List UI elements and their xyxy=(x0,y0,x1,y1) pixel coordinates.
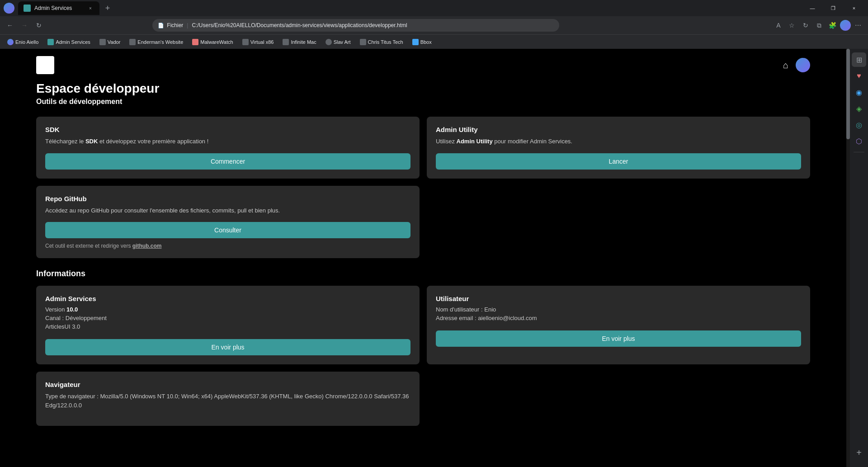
sidebar-add-icon[interactable]: + xyxy=(852,445,866,460)
tab-close-button[interactable]: × xyxy=(87,5,94,12)
user-username: Nom d'utilisateur : Enio xyxy=(436,306,801,313)
app-logo xyxy=(36,56,54,74)
sidebar-icon-2[interactable]: ♥ xyxy=(852,69,866,83)
browser-info-title: Navigateur xyxy=(45,381,410,388)
bookmark-label-infinite: Infinite Mac xyxy=(291,39,316,45)
split-view-icon[interactable]: ⧉ xyxy=(813,19,826,32)
admin-utility-card: Admin Utility Utilisez Admin Utility pou… xyxy=(427,117,810,179)
admin-utility-lancer-button[interactable]: Lancer xyxy=(436,153,801,170)
forward-button[interactable]: → xyxy=(18,19,31,32)
bookmark-enderman[interactable]: Enderman's Website xyxy=(126,38,187,46)
bookmark-christitus[interactable]: Chris Titus Tech xyxy=(356,38,407,46)
bookmark-virtual[interactable]: Virtual x86 xyxy=(239,38,278,46)
bookmark-vador[interactable]: Vador xyxy=(96,38,124,46)
bookmark-label-malware: MalwareWatch xyxy=(200,39,233,45)
active-tab[interactable]: Admin Services × xyxy=(18,1,99,15)
admin-services-see-more-button[interactable]: En voir plus xyxy=(45,339,410,355)
bookmark-label-bbox: Bbox xyxy=(420,39,432,45)
browser-info-container: Navigateur Type de navigateur : Mozilla/… xyxy=(36,372,420,426)
sidebar-icon-1[interactable]: ⊞ xyxy=(852,52,866,67)
main-content: Espace développeur Outils de développeme… xyxy=(0,81,846,426)
bookmark-favicon-vador xyxy=(99,39,106,45)
github-card-description: Accédez au repo GitHub pour consulter l'… xyxy=(45,206,410,215)
scrollbar-track[interactable] xyxy=(846,49,850,467)
bookmark-label-virtual: Virtual x86 xyxy=(250,39,274,45)
profile-icon[interactable] xyxy=(4,3,14,14)
close-button[interactable]: × xyxy=(844,0,864,16)
bookmark-label-enderman: Enderman's Website xyxy=(137,39,183,45)
bookmark-label-vador: Vador xyxy=(108,39,121,45)
user-see-more-button[interactable]: En voir plus xyxy=(436,330,801,347)
github-card-note: Cet outil est externe et redirige vers g… xyxy=(45,243,410,249)
bookmark-icon[interactable]: ☆ xyxy=(786,19,798,32)
admin-services-canal: Canal : Développement xyxy=(45,315,410,321)
bookmark-favicon-enio xyxy=(7,39,14,45)
new-tab-button[interactable]: + xyxy=(101,2,114,14)
toolbar-icons: A ☆ ↻ ⧉ 🧩 ⋯ xyxy=(772,19,864,32)
sidebar-icon-3[interactable]: ◉ xyxy=(852,85,866,99)
bookmark-favicon-christitus xyxy=(360,39,366,45)
bookmark-admin[interactable]: Admin Services xyxy=(44,38,94,46)
sdk-card: SDK Téléchargez le SDK et développez vot… xyxy=(36,117,420,179)
browser-sidebar: ⊞ ♥ ◉ ◈ ◎ ⬡ + xyxy=(850,49,868,467)
profile-menu-icon[interactable] xyxy=(840,20,851,31)
bookmark-label-christitus: Chris Titus Tech xyxy=(368,39,403,45)
github-card-title: Repo GitHub xyxy=(45,195,410,203)
restore-button[interactable]: ❐ xyxy=(823,0,844,16)
user-info-title: Utilisateur xyxy=(436,295,801,302)
translate-icon[interactable]: A xyxy=(772,19,785,32)
bookmark-infinite[interactable]: Infinite Mac xyxy=(279,38,320,46)
user-email: Adresse email : aielloenio@icloud.com xyxy=(436,315,801,321)
bookmark-favicon-enderman xyxy=(129,39,136,45)
sidebar-divider xyxy=(854,152,864,152)
admin-services-articlesui: ArticlesUI 3.0 xyxy=(45,323,410,330)
page-content: ⌂ Espace développeur Outils de développe… xyxy=(0,49,846,467)
window-controls: — ❐ × xyxy=(802,0,864,16)
bookmark-bbox[interactable]: Bbox xyxy=(409,38,435,46)
browser-info-description: Type de navigateur : Mozilla/5.0 (Window… xyxy=(45,392,410,410)
bookmark-favicon-slavart xyxy=(326,39,332,45)
user-avatar[interactable] xyxy=(796,58,810,72)
scrollbar-thumb[interactable] xyxy=(846,49,850,139)
bookmark-enio[interactable]: Enio Aiello xyxy=(4,38,42,46)
address-scheme: Fichier xyxy=(167,22,183,28)
sidebar-icon-5[interactable]: ◎ xyxy=(852,118,866,132)
sdk-card-description: Téléchargez le SDK et développez votre p… xyxy=(45,137,410,146)
bookmark-slavart[interactable]: Slav Art xyxy=(322,38,354,46)
back-button[interactable]: ← xyxy=(4,19,16,32)
sidebar-icon-4[interactable]: ◈ xyxy=(852,101,866,116)
browser-chrome: Admin Services × + — ❐ × ← → ↻ 📄 Fichier… xyxy=(0,0,868,49)
lock-icon: 📄 xyxy=(158,23,164,28)
refresh-button[interactable]: ↻ xyxy=(33,19,45,32)
info-section-title: Informations xyxy=(36,269,810,278)
tab-title: Admin Services xyxy=(34,5,83,11)
minimize-button[interactable]: — xyxy=(802,0,823,16)
page-subtitle: Outils de développement xyxy=(36,98,810,106)
address-bar[interactable]: 📄 Fichier | C:/Users/Enio%20AIELLO/Docum… xyxy=(152,19,559,32)
admin-services-info-title: Admin Services xyxy=(45,295,410,302)
extensions-icon[interactable]: 🧩 xyxy=(826,19,839,32)
bookmark-label-enio: Enio Aiello xyxy=(15,39,38,45)
info-cards-grid: Admin Services Version 10.0 Canal : Déve… xyxy=(36,286,810,364)
admin-utility-card-title: Admin Utility xyxy=(436,126,801,133)
bookmark-label-slavart: Slav Art xyxy=(334,39,351,45)
bookmark-favicon-malware xyxy=(192,39,198,45)
app-header: ⌂ xyxy=(0,49,846,81)
page-wrapper: ⊞ ♥ ◉ ◈ ◎ ⬡ + ⌂ Espace développeur Outil… xyxy=(0,49,868,467)
user-info-card: Utilisateur Nom d'utilisateur : Enio Adr… xyxy=(427,286,810,364)
reload-icon[interactable]: ↻ xyxy=(799,19,812,32)
dev-tools-grid: SDK Téléchargez le SDK et développez vot… xyxy=(36,117,810,179)
bookmark-malwarewatch[interactable]: MalwareWatch xyxy=(189,38,236,46)
browser-titlebar: Admin Services × + — ❐ × xyxy=(0,0,868,16)
browser-info-card: Navigateur Type de navigateur : Mozilla/… xyxy=(36,372,420,426)
header-right: ⌂ xyxy=(783,58,810,72)
bookmark-favicon-bbox xyxy=(412,39,419,45)
home-icon[interactable]: ⌂ xyxy=(783,60,788,71)
github-card: Repo GitHub Accédez au repo GitHub pour … xyxy=(36,186,420,259)
github-link[interactable]: github.com xyxy=(132,243,162,249)
github-consulter-button[interactable]: Consulter xyxy=(45,222,410,238)
sdk-commencer-button[interactable]: Commencer xyxy=(45,153,410,170)
bookmark-label-admin: Admin Services xyxy=(56,39,90,45)
sidebar-icon-6[interactable]: ⬡ xyxy=(852,134,866,148)
more-icon[interactable]: ⋯ xyxy=(852,19,864,32)
